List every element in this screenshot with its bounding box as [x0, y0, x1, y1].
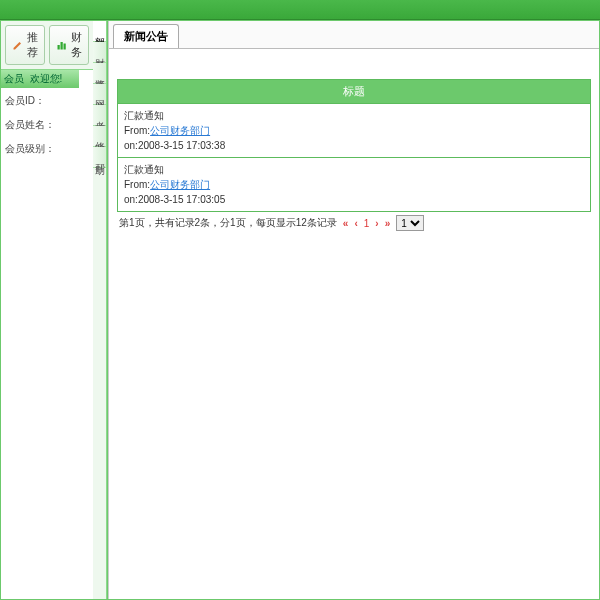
- row-time: 2008-3-15 17:03:05: [138, 194, 225, 205]
- pager-first-icon[interactable]: «: [343, 218, 349, 229]
- svg-rect-1: [61, 42, 63, 50]
- vtab-5[interactable]: 修改: [93, 126, 106, 147]
- row-title: 汇款通知: [124, 110, 164, 121]
- row-time-prefix: on:: [124, 140, 138, 151]
- finance-label: 财务: [71, 30, 82, 60]
- pager-page-select[interactable]: 1: [396, 215, 424, 231]
- recommend-label: 推荐: [27, 30, 38, 60]
- row-from-prefix: From:: [124, 125, 150, 136]
- app-container: 推荐 财务 会员 欢迎您! 会员ID：会员姓名：会员级别： 部门财务奖项网络考核…: [0, 20, 600, 600]
- member-info-row: 会员级别：: [5, 142, 75, 156]
- row-time-prefix: on:: [124, 194, 138, 205]
- row-time: 2008-3-15 17:03:38: [138, 140, 225, 151]
- vertical-tabs: 部门财务奖项网络考核修改帮助: [93, 21, 107, 599]
- row-from-link[interactable]: 公司财务部门: [150, 179, 210, 190]
- table-row: 汇款通知From:公司财务部门on:2008-3-15 17:03:05: [118, 158, 591, 212]
- row-from-link[interactable]: 公司财务部门: [150, 125, 210, 136]
- member-info-header: 会员 欢迎您!: [1, 70, 79, 88]
- pager-prev-icon[interactable]: ‹: [354, 218, 357, 229]
- svg-rect-0: [58, 45, 60, 50]
- pager-next-icon[interactable]: ›: [375, 218, 378, 229]
- pager-current: 1: [364, 218, 370, 229]
- row-title: 汇款通知: [124, 164, 164, 175]
- tab-news[interactable]: 新闻公告: [113, 24, 179, 48]
- member-role: 会员: [4, 73, 24, 84]
- vtab-2[interactable]: 奖项: [93, 63, 106, 84]
- table-cell: 汇款通知From:公司财务部门on:2008-3-15 17:03:05: [118, 158, 591, 212]
- tab-strip: 新闻公告: [109, 21, 599, 49]
- recommend-button[interactable]: 推荐: [5, 25, 45, 65]
- member-info-panel: 会员 欢迎您! 会员ID：会员姓名：会员级别：: [1, 70, 79, 599]
- main-area: 新闻公告 标题 汇款通知From:公司财务部门on:2008-3-15 17:0…: [108, 21, 599, 599]
- member-info-row: 会员姓名：: [5, 118, 75, 132]
- sidebar-button-row: 推荐 财务: [1, 21, 93, 70]
- member-welcome: 欢迎您!: [30, 73, 63, 84]
- vtab-4[interactable]: 考核: [93, 105, 106, 126]
- col-title: 标题: [118, 80, 591, 104]
- row-from-prefix: From:: [124, 179, 150, 190]
- pencil-icon: [12, 39, 24, 51]
- vtab-3[interactable]: 网络: [93, 84, 106, 105]
- pager-last-icon[interactable]: »: [385, 218, 391, 229]
- chart-icon: [56, 39, 68, 51]
- window-top-bar: [0, 0, 600, 20]
- table-cell: 汇款通知From:公司财务部门on:2008-3-15 17:03:38: [118, 104, 591, 158]
- member-info-row: 会员ID：: [5, 94, 75, 108]
- vtab-1[interactable]: 财务: [93, 42, 106, 63]
- svg-rect-2: [64, 44, 66, 50]
- vtab-0[interactable]: 部门: [93, 21, 106, 42]
- finance-button[interactable]: 财务: [49, 25, 89, 65]
- vtab-6[interactable]: 帮助: [93, 147, 106, 168]
- pager: 第1页，共有记录2条，分1页，每页显示12条记录 « ‹ 1 › » 1: [117, 212, 591, 234]
- pager-summary: 第1页，共有记录2条，分1页，每页显示12条记录: [119, 216, 337, 230]
- content-scroll[interactable]: 标题 汇款通知From:公司财务部门on:2008-3-15 17:03:38汇…: [109, 49, 599, 599]
- left-sidebar: 推荐 财务 会员 欢迎您! 会员ID：会员姓名：会员级别： 部门财务奖项网络考核…: [1, 21, 108, 599]
- news-table: 标题 汇款通知From:公司财务部门on:2008-3-15 17:03:38汇…: [117, 79, 591, 212]
- table-row: 汇款通知From:公司财务部门on:2008-3-15 17:03:38: [118, 104, 591, 158]
